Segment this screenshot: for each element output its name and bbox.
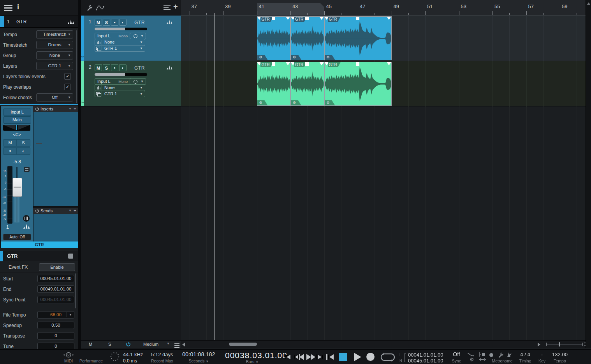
fade-out-handle[interactable] [320, 62, 324, 65]
track-input-chip[interactable]: Input LMono [95, 33, 131, 39]
track-list-options-icon[interactable] [164, 5, 171, 11]
record-time-display[interactable]: 5:12 days Record Max [151, 352, 173, 363]
fade-out-handle[interactable] [387, 62, 391, 65]
mute-button[interactable]: M [95, 19, 102, 26]
param-dropdown[interactable]: GTR 1▼ [36, 62, 73, 70]
inspector-info-icon[interactable]: i [17, 3, 19, 11]
section-splitter-handle[interactable] [36, 143, 42, 144]
mute-button[interactable]: M [95, 64, 102, 71]
wrench-icon[interactable] [498, 352, 503, 358]
chevron-down-icon[interactable]: ▼ [68, 62, 71, 70]
chevron-down-icon[interactable]: ▼ [68, 94, 71, 101]
meter-mode-button[interactable] [23, 215, 30, 222]
power-icon[interactable] [35, 107, 39, 111]
channel-input-button[interactable]: Input L [3, 108, 31, 116]
track-header[interactable]: 2MS●◐GTRInput LMono▼None▼GTR 1▼ [81, 61, 181, 107]
param-dropdown[interactable]: Drums▼ [36, 41, 73, 49]
stop-button[interactable] [339, 353, 347, 361]
gain-handle[interactable] [356, 62, 359, 66]
zoom-out-cap[interactable] [546, 343, 547, 346]
volume-db-value[interactable]: -5.8 [1, 159, 33, 164]
track-header[interactable]: 1MS●◐GTRInput LMono▼None▼GTR 1▼ [81, 16, 181, 61]
track-color-tab[interactable] [81, 16, 84, 61]
monitor-button[interactable]: ◐ [119, 64, 127, 71]
audio-event[interactable]: GTR⚙ [290, 62, 324, 106]
event-field-value[interactable]: 0 [37, 332, 74, 340]
event-field-value[interactable]: 00045.01.01.00 [37, 296, 74, 303]
chevron-down-icon[interactable]: ▼ [68, 52, 71, 59]
audio-event[interactable]: GTR⚙ [257, 62, 291, 106]
marker-flag-icon[interactable] [479, 352, 485, 357]
loop-start-value[interactable]: 00041.01.01.00 [408, 352, 443, 358]
menu-icon[interactable] [4, 5, 12, 12]
fade-out-handle[interactable] [387, 17, 391, 20]
add-send-icon[interactable]: + [74, 208, 76, 214]
previous-bar-button[interactable] [285, 355, 290, 359]
track-instrument-chip[interactable]: None▼ [95, 39, 145, 46]
chevron-down-icon[interactable]: ▼ [69, 209, 72, 212]
inspector-scrollbar[interactable] [76, 30, 77, 103]
solo-button[interactable]: S [103, 64, 110, 71]
solo-button[interactable]: S [103, 19, 110, 26]
track-layers-chip[interactable]: GTR 1▼ [95, 91, 145, 97]
monitor-button[interactable]: ◐ [16, 147, 30, 155]
zoom-in-cap[interactable] [582, 343, 583, 346]
power-icon[interactable] [35, 209, 39, 213]
key-display[interactable]: - Key [536, 352, 548, 363]
gain-handle[interactable] [356, 17, 359, 20]
inspector-track-header[interactable]: 1 GTR [0, 16, 78, 28]
event-fx-enable-button[interactable]: Enable [39, 263, 75, 271]
track-volume-slider[interactable] [95, 73, 147, 76]
fade-out-handle[interactable] [286, 62, 290, 65]
horizontal-scrollbar-thumb[interactable] [229, 343, 257, 346]
audio-event[interactable]: GTR⚙ [290, 16, 324, 60]
gear-icon[interactable]: ⚙ [470, 357, 474, 362]
event-field-value[interactable]: 00045.01.01.00 [37, 275, 74, 282]
channel-output-button[interactable]: Main [3, 116, 31, 124]
gain-handle[interactable] [272, 17, 275, 20]
channel-name-bar[interactable]: GTR [1, 242, 78, 248]
chevron-down-icon[interactable]: ▼ [68, 31, 71, 38]
sends-header[interactable]: Sends ▼ + [33, 208, 78, 214]
automation-mode-button[interactable]: Auto: Off [3, 234, 31, 240]
zoom-slider-track[interactable] [547, 344, 583, 345]
metronome-icon[interactable] [506, 352, 512, 357]
play-button[interactable] [354, 353, 361, 361]
sends-list[interactable] [33, 214, 78, 242]
automation-curve-icon[interactable] [96, 5, 104, 10]
scroll-left-icon[interactable] [182, 343, 185, 346]
track-input-chip[interactable]: Input LMono [95, 78, 131, 85]
event-field-value[interactable]: 0.50 [37, 322, 74, 329]
solo-button[interactable]: S [16, 139, 30, 147]
track-layers-chip[interactable]: GTR 1▼ [95, 45, 145, 52]
loop-button[interactable] [380, 353, 395, 362]
fade-out-handle[interactable] [320, 17, 324, 20]
volume-fader[interactable] [12, 178, 22, 197]
scroll-up-icon[interactable] [587, 2, 590, 5]
chevron-down-icon[interactable]: ▼ [206, 360, 209, 363]
secondary-time-display[interactable]: 00:01:08.182 Seconds ▼ [182, 351, 215, 363]
input-monitor-chip[interactable]: ▼ [130, 78, 146, 85]
meter-options-button[interactable] [24, 167, 30, 172]
track-lanes[interactable]: GTR⚙GTR⚙GTR⚙GTR⚙GTR⚙GTR⚙ [181, 0, 586, 340]
main-time-display[interactable]: 00038.03.01.00 [225, 351, 280, 360]
gain-handle[interactable] [305, 17, 309, 20]
gain-handle[interactable] [305, 62, 309, 66]
add-insert-icon[interactable]: + [74, 106, 76, 112]
param-checkbox[interactable]: ✓ [64, 84, 71, 90]
track-size-options-icon[interactable] [174, 343, 179, 349]
param-dropdown[interactable]: Off▼ [36, 93, 73, 102]
event-checkbox[interactable] [68, 254, 73, 259]
scroll-right-icon[interactable] [538, 343, 540, 346]
event-field-value[interactable]: 68.00▼ [37, 311, 74, 318]
audio-event[interactable]: GTR⚙ [324, 16, 392, 60]
record-arm-button[interactable]: ● [3, 147, 17, 155]
audio-event[interactable]: GTR⚙ [257, 16, 291, 60]
pan-value[interactable]: <C> [1, 132, 33, 137]
all-solo-button[interactable]: S [108, 342, 111, 346]
param-dropdown[interactable]: None▼ [36, 51, 73, 60]
record-arm-button[interactable]: ● [111, 64, 118, 71]
panel-splitter[interactable] [0, 104, 78, 105]
param-dropdown[interactable]: Timestretch▼ [36, 30, 73, 38]
track-volume-slider[interactable] [95, 28, 147, 30]
